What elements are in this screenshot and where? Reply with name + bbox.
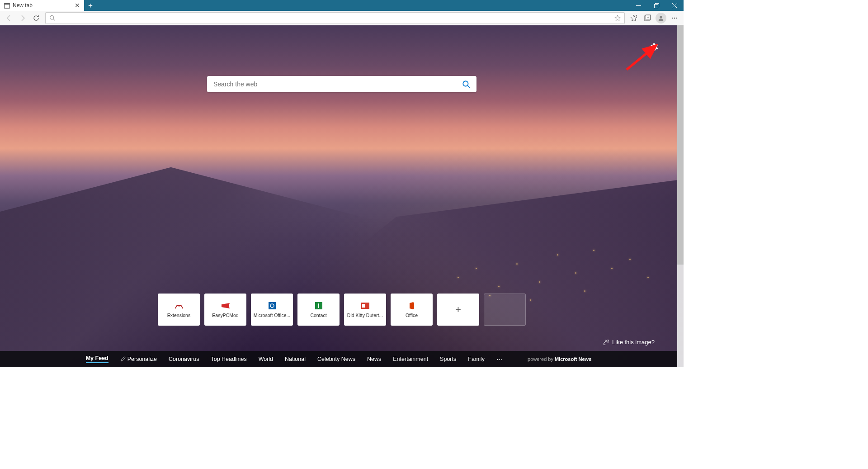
favorites-button[interactable] <box>627 12 640 24</box>
feed-nav-item[interactable]: News <box>367 356 381 362</box>
tile-icon <box>222 302 230 310</box>
tab-favicon <box>4 2 10 9</box>
tile-label: Microsoft Office... <box>253 313 291 318</box>
tile-icon <box>268 302 276 310</box>
search-submit-icon[interactable] <box>462 80 470 88</box>
pencil-icon <box>120 356 126 362</box>
tile-label: EasyPCMod <box>206 313 245 318</box>
new-tab-button[interactable]: ＋ <box>84 0 97 11</box>
svg-point-15 <box>660 16 662 18</box>
tab-title: New tab <box>13 2 71 9</box>
tile-label: Office <box>392 313 431 318</box>
address-input[interactable] <box>58 14 612 21</box>
svg-line-8 <box>53 19 55 20</box>
powered-by-label: powered by Microsoft News <box>528 356 591 362</box>
like-image-label: Like this image? <box>612 339 655 346</box>
feed-nav-item[interactable]: Celebrity News <box>317 356 355 362</box>
tile-icon <box>408 302 416 310</box>
back-button[interactable] <box>3 12 15 24</box>
web-search-input[interactable] <box>213 81 462 88</box>
forward-button[interactable] <box>16 12 29 24</box>
collections-button[interactable] <box>641 12 654 24</box>
tile-icon <box>361 302 369 310</box>
maximize-button[interactable] <box>647 0 665 11</box>
svg-rect-1 <box>4 3 9 4</box>
search-icon <box>49 15 55 21</box>
profile-button[interactable] <box>655 12 667 24</box>
vertical-scrollbar[interactable] <box>677 25 684 367</box>
toolbar <box>0 11 684 25</box>
feed-nav-item[interactable]: Entertainment <box>393 356 428 362</box>
quick-link-tile[interactable]: Did Kitty Dutert... <box>344 294 386 326</box>
titlebar-drag-area <box>97 0 629 11</box>
feed-nav-item[interactable]: My Feed <box>86 355 108 363</box>
quick-links-row: ExtensionsEasyPCModMicrosoft Office...Co… <box>158 294 526 326</box>
new-tab-page: ExtensionsEasyPCModMicrosoft Office...Co… <box>0 25 684 367</box>
refresh-button[interactable] <box>30 12 42 24</box>
svg-rect-4 <box>654 4 658 8</box>
quick-link-tile[interactable]: Office <box>391 294 433 326</box>
svg-line-20 <box>467 85 470 88</box>
quick-link-placeholder <box>484 294 526 326</box>
feed-nav-item[interactable]: World <box>259 356 273 362</box>
quick-link-tile[interactable]: Microsoft Office... <box>251 294 293 326</box>
favorite-star-icon[interactable] <box>614 15 621 21</box>
close-window-button[interactable] <box>665 0 684 11</box>
feed-nav-more[interactable]: ⋯ <box>496 356 502 363</box>
svg-point-16 <box>672 17 673 18</box>
feed-nav-item[interactable]: National <box>285 356 306 362</box>
feed-nav-item[interactable]: Coronavirus <box>169 356 199 362</box>
svg-rect-21 <box>269 302 276 309</box>
tile-label: Extensions <box>160 313 198 318</box>
feed-nav-item[interactable]: Personalize <box>120 356 157 362</box>
titlebar: New tab ✕ ＋ <box>0 0 684 11</box>
svg-point-17 <box>674 17 675 18</box>
tile-icon <box>175 302 183 310</box>
svg-rect-26 <box>362 304 365 308</box>
feed-nav-item[interactable]: Family <box>468 356 485 362</box>
svg-point-18 <box>676 17 677 18</box>
tile-label: Did Kitty Dutert... <box>346 313 384 318</box>
page-settings-button[interactable] <box>648 42 659 52</box>
svg-rect-24 <box>318 303 319 308</box>
tile-label: Contact <box>299 313 338 318</box>
quick-link-tile[interactable]: Contact <box>297 294 340 326</box>
close-tab-icon[interactable]: ✕ <box>74 2 80 9</box>
quick-link-tile[interactable]: Extensions <box>158 294 200 326</box>
scrollbar-thumb[interactable] <box>677 25 684 265</box>
browser-tab[interactable]: New tab ✕ <box>0 0 84 11</box>
web-search-box[interactable] <box>207 76 476 92</box>
like-image-button[interactable]: Like this image? <box>603 339 655 346</box>
feed-nav-bar: My FeedPersonalizeCoronavirusTop Headlin… <box>0 351 677 367</box>
feed-nav-item[interactable]: Sports <box>440 356 456 362</box>
svg-point-7 <box>50 16 54 19</box>
minimize-button[interactable] <box>629 0 647 11</box>
feed-nav-item[interactable]: Top Headlines <box>211 356 246 362</box>
svg-point-19 <box>463 81 468 86</box>
quick-link-tile[interactable]: EasyPCMod <box>204 294 246 326</box>
address-bar[interactable] <box>45 12 625 24</box>
add-quick-link-button[interactable]: + <box>437 294 479 326</box>
more-menu-button[interactable] <box>668 12 681 24</box>
tile-icon <box>315 302 323 310</box>
